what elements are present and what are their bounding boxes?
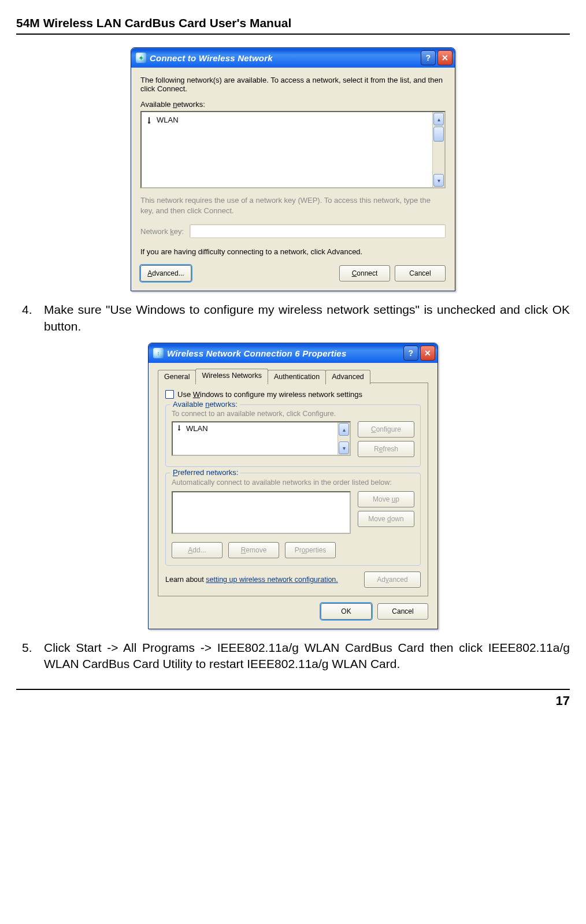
preferred-hint: Automatically connect to available netwo… [172,478,414,488]
page-number: 17 [16,693,570,708]
signal-icon [176,424,183,433]
help-icon: ? [409,348,414,358]
manual-title: 54M Wireless LAN CardBus Card User's Man… [16,16,570,30]
network-key-label: Network key: [140,227,184,236]
footer-rule [16,689,570,690]
properties-button[interactable]: Properties [285,542,336,558]
close-icon: ✕ [442,53,448,62]
tab-wireless-networks[interactable]: Wireless Networks [195,369,268,383]
step-4: 4. Make sure "Use Windows to configure m… [22,302,570,335]
connect-intro: The following network(s) are available. … [140,76,446,93]
available-item-label: WLAN [186,424,208,433]
svg-point-1 [148,121,150,124]
step-5: 5. Click Start -> All Programs -> IEEE80… [22,640,570,673]
learn-about: Learn about setting up wireless network … [165,575,357,584]
available-networks-label: Available networks: [140,100,446,109]
properties-dialog-titlebar: ↕ Wireless Network Connection 6 Properti… [149,343,437,363]
close-button[interactable]: ✕ [437,50,453,65]
cancel-button-2[interactable]: Cancel [377,603,428,619]
help-button[interactable]: ? [421,50,436,65]
wep-hint: This network requires the use of a netwo… [140,195,446,216]
svg-rect-0 [149,117,150,121]
connect-dialog: ✦ Connect to Wireless Network ? ✕ The fo… [131,47,455,291]
step-4-text: Make sure "Use Windows to configure my w… [44,302,570,335]
available-list[interactable]: WLAN ▴ ▾ [172,421,351,456]
preferred-list[interactable] [172,491,351,534]
difficulty-hint: If you are having difficulty connecting … [140,247,446,256]
scroll-thumb[interactable] [433,127,444,142]
help-icon: ? [426,53,431,62]
scroll-down-icon[interactable]: ▾ [339,441,349,454]
network-item-label: WLAN [157,116,179,124]
step-5-text: Click Start -> All Programs -> IEEE802.1… [44,640,570,673]
network-key-input[interactable] [190,224,446,238]
close-button[interactable]: ✕ [420,346,435,361]
app-icon: ✦ [136,53,146,63]
preferred-networks-legend: Preferred networks: [170,468,240,477]
tab-strip: General Wireless Networks Authentication… [158,369,428,383]
refresh-button[interactable]: Refresh [358,441,414,457]
header-rule [16,34,570,35]
signal-icon [145,116,153,124]
network-item[interactable]: WLAN [143,114,431,125]
available-scrollbar[interactable]: ▴ ▾ [337,422,350,455]
remove-button[interactable]: Remove [228,542,279,558]
step-5-num: 5. [22,640,36,673]
properties-dialog: ↕ Wireless Network Connection 6 Properti… [148,343,438,629]
help-button[interactable]: ? [403,346,418,361]
close-icon: ✕ [424,348,431,358]
available-hint: To connect to an available network, clic… [172,410,414,418]
advanced-button-2[interactable]: Advanced [364,572,421,588]
move-down-button[interactable]: Move down [358,511,414,527]
use-windows-label: Use Windows to configure my wireless net… [177,390,362,399]
advanced-button[interactable]: Advanced... [140,265,191,281]
available-networks-group: Available networks: To connect to an ava… [165,405,421,467]
preferred-networks-group: Preferred networks: Automatically connec… [165,473,421,566]
connect-button[interactable]: Connect [339,265,390,281]
connect-dialog-title: Connect to Wireless Network [150,53,273,63]
available-item[interactable]: WLAN [176,424,335,433]
connect-dialog-titlebar: ✦ Connect to Wireless Network ? ✕ [131,48,455,68]
tab-general[interactable]: General [158,370,196,384]
cancel-button[interactable]: Cancel [395,265,446,281]
available-networks-legend: Available networks: [170,400,240,409]
move-up-button[interactable]: Move up [358,491,414,507]
list-scrollbar[interactable]: ▴ ▾ [432,112,444,187]
properties-dialog-title: Wireless Network Connection 6 Properties [167,348,346,358]
svg-point-3 [178,429,180,431]
tab-pane: Use Windows to configure my wireless net… [158,383,428,596]
add-button[interactable]: Add... [172,542,222,558]
scroll-down-icon[interactable]: ▾ [433,174,444,187]
step-4-num: 4. [22,302,36,335]
ok-button[interactable]: OK [321,603,372,619]
learn-link[interactable]: setting up wireless network configuratio… [206,576,338,584]
configure-button[interactable]: Configure [358,421,414,437]
app-icon: ↕ [153,348,164,358]
tab-authentication[interactable]: Authentication [268,370,326,384]
scroll-up-icon[interactable]: ▴ [433,113,444,125]
tab-advanced[interactable]: Advanced [325,370,370,384]
scroll-up-icon[interactable]: ▴ [339,423,349,436]
svg-rect-2 [179,425,180,429]
use-windows-checkbox[interactable] [165,390,174,399]
available-networks-list[interactable]: WLAN ▴ ▾ [140,111,446,188]
